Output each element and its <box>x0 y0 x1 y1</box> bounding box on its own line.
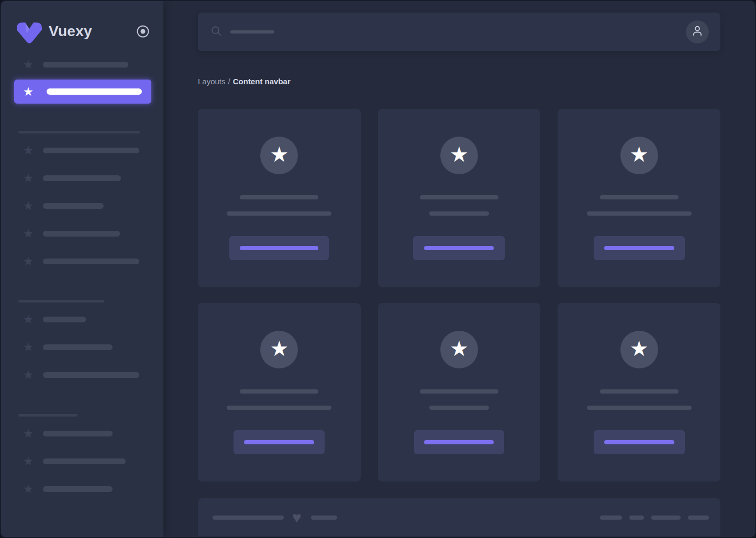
item-placeholder-line <box>43 148 139 153</box>
star-icon: ★ <box>22 368 35 381</box>
item-placeholder-line <box>43 259 139 264</box>
brand-title: Vuexy <box>49 23 92 40</box>
footer-line <box>600 515 622 520</box>
breadcrumb-current: Content navbar <box>233 77 291 86</box>
sidebar-menu: ★★★★★★★★★★★★★ <box>1 58 163 495</box>
card-line <box>420 389 498 394</box>
card-button[interactable] <box>414 430 504 454</box>
star-icon: ★ <box>22 227 35 240</box>
star-icon: ★ <box>22 341 35 353</box>
item-placeholder-line <box>47 88 142 95</box>
card-line <box>587 406 692 410</box>
card-button[interactable] <box>229 236 329 260</box>
menu-section-divider <box>18 414 77 417</box>
item-placeholder-line <box>43 203 104 209</box>
sidebar-item[interactable]: ★ <box>1 199 163 212</box>
sidebar-item[interactable]: ★ <box>1 483 163 495</box>
button-placeholder-line <box>424 246 494 250</box>
footer-line <box>629 515 644 520</box>
item-placeholder-line <box>43 62 128 68</box>
footer: ♥ <box>198 498 720 536</box>
card: ★ <box>198 109 361 287</box>
button-placeholder-line <box>240 246 318 250</box>
item-placeholder-line <box>43 231 120 237</box>
user-avatar[interactable] <box>686 20 709 43</box>
star-badge: ★ <box>260 331 298 368</box>
breadcrumb-section[interactable]: Layouts <box>198 77 226 86</box>
sidebar-item-active[interactable]: ★ <box>14 80 151 104</box>
star-icon: ★ <box>22 85 35 98</box>
card-line <box>240 389 318 394</box>
star-icon: ★ <box>270 144 288 165</box>
menu-section-divider <box>18 131 140 133</box>
card-line <box>429 406 489 410</box>
sidebar-item[interactable]: ★ <box>1 255 163 267</box>
search-icon <box>210 25 222 39</box>
user-icon <box>691 24 704 40</box>
sidebar-header: Vuexy <box>1 20 163 43</box>
star-badge: ★ <box>440 331 478 368</box>
sidebar-item[interactable]: ★ <box>1 172 163 184</box>
item-placeholder-line <box>43 175 121 181</box>
sidebar-item[interactable]: ★ <box>1 341 163 353</box>
star-icon: ★ <box>22 313 35 326</box>
star-badge: ★ <box>440 137 478 174</box>
footer-line <box>688 515 709 520</box>
card-line <box>227 211 331 216</box>
card: ★ <box>378 109 541 287</box>
breadcrumb-separator: / <box>228 77 230 86</box>
sidebar-item[interactable]: ★ <box>1 227 163 240</box>
vuexy-logo-icon <box>15 19 44 43</box>
star-icon: ★ <box>450 144 469 165</box>
breadcrumb: Layouts/Content navbar <box>198 76 720 87</box>
card-button[interactable] <box>594 430 685 454</box>
star-icon: ★ <box>22 255 35 267</box>
star-icon: ★ <box>22 455 35 467</box>
search-input[interactable] <box>210 13 686 51</box>
footer-line <box>311 515 337 520</box>
footer-line <box>213 515 284 520</box>
sidebar-item[interactable]: ★ <box>1 455 163 467</box>
item-placeholder-line <box>43 431 113 436</box>
sidebar-item[interactable]: ★ <box>1 58 163 71</box>
card-button[interactable] <box>594 236 685 260</box>
heart-icon: ♥ <box>292 510 302 525</box>
star-badge: ★ <box>620 331 658 368</box>
item-placeholder-line <box>43 372 139 378</box>
star-icon: ★ <box>22 144 35 156</box>
star-icon: ★ <box>630 144 649 165</box>
star-icon: ★ <box>22 58 35 71</box>
card-line <box>420 195 498 199</box>
item-placeholder-line <box>43 458 126 464</box>
star-icon: ★ <box>450 338 469 359</box>
star-icon: ★ <box>270 338 288 359</box>
star-icon: ★ <box>22 483 35 495</box>
star-badge: ★ <box>260 137 298 174</box>
card: ★ <box>198 303 361 481</box>
card-button[interactable] <box>413 236 505 260</box>
card-line <box>587 211 692 216</box>
menu-pin-toggle-icon[interactable] <box>136 25 150 38</box>
button-placeholder-line <box>424 440 494 444</box>
card-line <box>429 211 489 216</box>
star-badge: ★ <box>620 137 658 174</box>
card-line <box>240 195 318 199</box>
sidebar-item[interactable]: ★ <box>1 144 163 156</box>
sidebar-item[interactable]: ★ <box>1 368 163 381</box>
sidebar-item[interactable]: ★ <box>1 313 163 326</box>
item-placeholder-line <box>43 317 86 322</box>
main-content: Layouts/Content navbar ★★★★★★ ♥ <box>163 1 755 537</box>
footer-line <box>651 515 681 520</box>
item-placeholder-line <box>43 486 113 492</box>
card: ★ <box>558 109 720 287</box>
sidebar-item[interactable]: ★ <box>1 427 163 440</box>
sidebar: Vuexy ★★★★★★★★★★★★★ <box>1 1 163 537</box>
card-button[interactable] <box>234 430 325 454</box>
star-icon: ★ <box>22 199 35 212</box>
menu-section-divider <box>18 300 104 302</box>
card-grid: ★★★★★★ <box>198 109 720 481</box>
button-placeholder-line <box>244 440 314 444</box>
card-line <box>600 389 679 394</box>
card: ★ <box>558 303 720 481</box>
button-placeholder-line <box>604 440 674 444</box>
